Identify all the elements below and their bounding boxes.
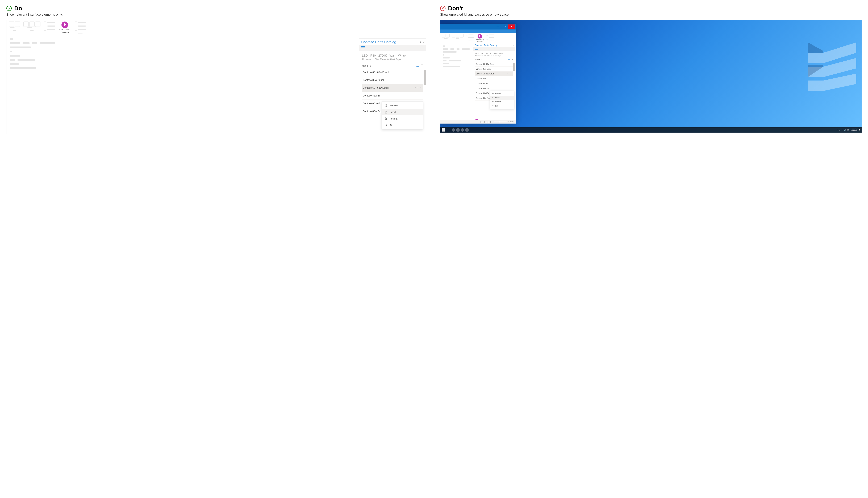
context-menu-pin[interactable]: ⚲Pin: [490, 104, 514, 108]
action-center-icon[interactable]: 💬: [858, 129, 860, 131]
format-icon: ⚙: [492, 101, 494, 103]
list-item[interactable]: Contoso 85w Equal: [475, 67, 513, 71]
ribbon-parts-catalog-button[interactable]: Parts CatalogContoso: [59, 22, 71, 34]
context-menu: Preview Insert Format Pin: [381, 101, 423, 129]
tray-language-icon[interactable]: ⌨: [847, 129, 850, 131]
sort-arrow-down-icon[interactable]: ↓: [370, 64, 371, 67]
svg-rect-15: [443, 128, 445, 130]
scrollbar[interactable]: [424, 70, 426, 85]
preview-icon: [385, 104, 388, 107]
zoom-in-icon[interactable]: +: [508, 121, 509, 123]
do-heading: Do: [6, 5, 428, 12]
sort-row: Name ↓: [475, 58, 513, 62]
document-body: [7, 35, 55, 69]
list-item[interactable]: Contoso 60 - 65: [475, 81, 513, 86]
list-item[interactable]: Contoso 60 - 65w Equal • • •: [475, 71, 513, 76]
context-menu: ◉Preview ⇱Insert ⚙Format ⚲Pin: [490, 91, 514, 109]
svg-rect-17: [443, 130, 445, 132]
document-body: [440, 43, 470, 67]
do-column: Do Show relevant interface elements only…: [6, 5, 428, 134]
list-item[interactable]: Contoso 85w Eq: [475, 86, 513, 91]
lightbulb-icon: [478, 34, 482, 39]
svg-point-6: [385, 119, 386, 120]
zoom-level[interactable]: 100%: [510, 121, 514, 123]
dont-subtitle: Show unrelated UI and excessive empty sp…: [440, 13, 862, 16]
window-maximize-button[interactable]: ☐: [501, 25, 508, 29]
svg-point-4: [385, 118, 386, 118]
start-button-icon[interactable]: [442, 128, 445, 132]
tray-volume-icon[interactable]: 🔊: [844, 129, 846, 131]
task-pane: Contoso Parts Catalog ▼ × LED - R30 - 27…: [473, 43, 515, 123]
ribbon-tabs: [440, 29, 516, 33]
grid-view-icon[interactable]: [421, 65, 424, 67]
sort-row: Name ↓: [362, 64, 424, 68]
list-item[interactable]: Contoso 60 - 65w Equal: [475, 62, 513, 67]
pane-dropdown-icon[interactable]: ▼: [510, 44, 512, 46]
window-titlebar: — ☐ ✕: [440, 24, 516, 29]
list-item[interactable]: Contoso 60 - 65w Equal • • •: [362, 84, 424, 92]
pane-close-icon[interactable]: ×: [513, 44, 514, 46]
windows-light-beams: [808, 42, 856, 101]
context-menu-format[interactable]: ⚙Format: [490, 100, 514, 104]
more-options-icon[interactable]: • • •: [415, 87, 421, 89]
lightbulb-icon: [62, 22, 68, 28]
view-mode-icon[interactable]: [488, 121, 491, 123]
pin-icon: [385, 124, 388, 127]
context-menu-pin[interactable]: Pin: [382, 122, 423, 129]
list-view-icon[interactable]: [508, 59, 510, 61]
sort-label[interactable]: Name: [475, 58, 480, 61]
context-menu-preview[interactable]: Preview: [382, 102, 423, 109]
tray-wifi-icon[interactable]: ⌔: [842, 129, 843, 131]
list-item[interactable]: Contoso 85w: [475, 76, 513, 81]
sort-arrow-down-icon[interactable]: ↓: [481, 58, 482, 61]
list-item[interactable]: Contoso 85w Eq: [362, 92, 424, 100]
view-mode-icon[interactable]: [484, 121, 487, 123]
pane-title: Contoso Parts Catalog: [361, 40, 396, 44]
context-menu-preview[interactable]: ◉Preview: [490, 91, 514, 96]
context-menu-insert[interactable]: Insert: [382, 109, 423, 115]
tray-up-icon[interactable]: ^: [837, 129, 838, 131]
taskbar-app-icon[interactable]: [465, 128, 469, 132]
grid-view-icon[interactable]: [511, 58, 513, 61]
taskbar-app-icon[interactable]: [452, 128, 455, 132]
query-subtitle: 16 results in LED - R30 - 60-65 Watt Equ…: [362, 58, 424, 61]
do-subtitle: Show relevant interface elements only.: [6, 13, 428, 16]
svg-rect-16: [442, 130, 443, 132]
hamburger-menu-icon[interactable]: [475, 48, 478, 50]
list-view-icon[interactable]: [416, 65, 419, 67]
svg-point-0: [7, 6, 11, 11]
list-item[interactable]: Contoso 85w Equal: [362, 76, 424, 84]
sort-label[interactable]: Name: [362, 64, 368, 67]
preview-icon: ◉: [492, 92, 494, 94]
taskbar: ^ ▭ ⌔ 🔊 ⌨ 6:30 AM 7/30/2015 💬: [440, 127, 861, 133]
query-title: LED - R30 - 2700K - Warm White: [475, 53, 513, 55]
more-options-icon[interactable]: • • •: [507, 73, 511, 75]
insert-icon: [385, 110, 388, 114]
format-icon: [385, 117, 388, 120]
dont-column: Don't Show unrelated UI and excessive em…: [440, 5, 862, 134]
scrollbar[interactable]: [513, 63, 515, 70]
zoom-slider[interactable]: [494, 122, 507, 122]
taskbar-clock[interactable]: 6:30 AM 7/30/2015: [851, 128, 857, 132]
do-screenshot: Parts CatalogContoso: [6, 19, 428, 134]
svg-point-3: [386, 105, 386, 106]
taskbar-app-icon[interactable]: [456, 128, 460, 132]
window-minimize-button[interactable]: —: [494, 25, 501, 29]
context-menu-format[interactable]: Format: [382, 115, 423, 122]
dont-screenshot: — ☐ ✕: [440, 19, 862, 133]
pane-close-icon[interactable]: ×: [423, 41, 425, 44]
context-menu-insert[interactable]: ⇱Insert: [490, 96, 514, 100]
window-close-button[interactable]: ✕: [508, 25, 515, 29]
ribbon-parts-catalog-button[interactable]: Parts CatalogContoso: [476, 34, 484, 42]
view-mode-icon[interactable]: [480, 121, 483, 123]
list-item[interactable]: Contoso 60 - 65w Equal: [362, 68, 424, 76]
pane-dropdown-icon[interactable]: ▼: [419, 41, 422, 43]
svg-marker-11: [808, 42, 824, 53]
svg-rect-14: [442, 128, 443, 130]
taskbar-app-icon[interactable]: [461, 128, 464, 132]
zoom-out-icon[interactable]: −: [492, 121, 493, 123]
svg-point-5: [386, 118, 387, 119]
pane-command-bar: [359, 45, 426, 51]
hamburger-menu-icon[interactable]: [361, 46, 365, 49]
tray-network-icon[interactable]: ▭: [839, 129, 841, 131]
